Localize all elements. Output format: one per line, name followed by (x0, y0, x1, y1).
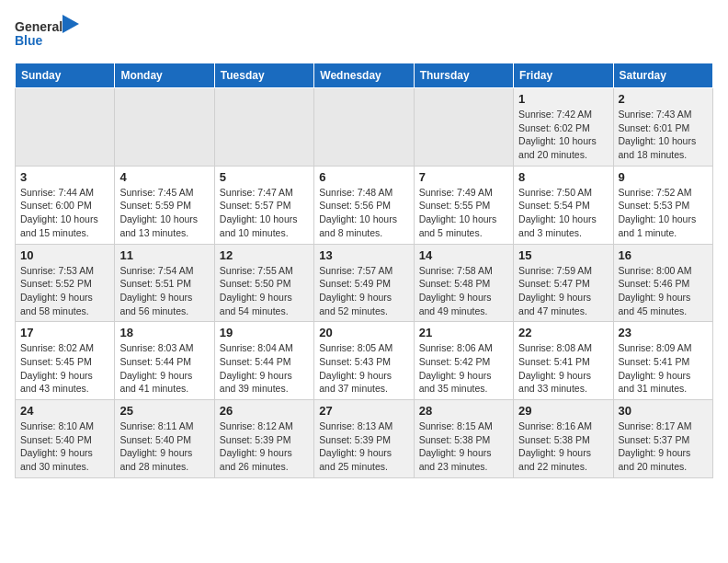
calendar-day-cell: 3Sunrise: 7:44 AM Sunset: 6:00 PM Daylig… (16, 166, 115, 244)
calendar-day-cell: 12Sunrise: 7:55 AM Sunset: 5:50 PM Dayli… (214, 244, 313, 322)
calendar-day-cell: 6Sunrise: 7:48 AM Sunset: 5:56 PM Daylig… (314, 166, 414, 244)
day-number: 3 (20, 170, 109, 184)
calendar-day-cell: 24Sunrise: 8:10 AM Sunset: 5:40 PM Dayli… (16, 400, 115, 478)
calendar-day-cell: 7Sunrise: 7:49 AM Sunset: 5:55 PM Daylig… (414, 166, 513, 244)
day-number: 8 (518, 170, 608, 184)
day-info: Sunrise: 7:50 AM Sunset: 5:54 PM Dayligh… (518, 186, 608, 240)
day-info: Sunrise: 8:00 AM Sunset: 5:46 PM Dayligh… (619, 264, 708, 318)
page-header: GeneralBlue (15, 15, 713, 52)
calendar-day-cell: 22Sunrise: 8:08 AM Sunset: 5:41 PM Dayli… (514, 322, 613, 400)
day-info: Sunrise: 8:04 AM Sunset: 5:44 PM Dayligh… (220, 341, 309, 396)
day-info: Sunrise: 8:09 AM Sunset: 5:41 PM Dayligh… (619, 341, 708, 396)
day-info: Sunrise: 8:16 AM Sunset: 5:38 PM Dayligh… (518, 419, 608, 474)
day-number: 23 (619, 326, 708, 339)
day-info: Sunrise: 8:06 AM Sunset: 5:42 PM Dayligh… (419, 341, 508, 396)
day-number: 6 (319, 170, 408, 184)
day-info: Sunrise: 7:59 AM Sunset: 5:47 PM Dayligh… (518, 264, 608, 318)
day-info: Sunrise: 8:05 AM Sunset: 5:43 PM Dayligh… (319, 341, 408, 396)
calendar-day-cell (16, 88, 115, 167)
day-info: Sunrise: 7:54 AM Sunset: 5:51 PM Dayligh… (119, 264, 209, 318)
logo: GeneralBlue (15, 15, 79, 52)
calendar-week-row: 24Sunrise: 8:10 AM Sunset: 5:40 PM Dayli… (16, 400, 713, 478)
day-number: 5 (220, 170, 309, 184)
column-header-monday: Monday (115, 63, 214, 88)
calendar-day-cell: 25Sunrise: 8:11 AM Sunset: 5:40 PM Dayli… (115, 400, 214, 478)
calendar-day-cell: 1Sunrise: 7:42 AM Sunset: 6:02 PM Daylig… (514, 88, 613, 167)
day-number: 14 (419, 248, 508, 262)
day-info: Sunrise: 7:57 AM Sunset: 5:49 PM Dayligh… (319, 264, 408, 318)
day-number: 25 (119, 404, 209, 418)
day-number: 27 (319, 404, 408, 418)
column-header-wednesday: Wednesday (314, 63, 414, 88)
calendar-week-row: 10Sunrise: 7:53 AM Sunset: 5:52 PM Dayli… (16, 244, 713, 322)
column-header-sunday: Sunday (16, 63, 115, 88)
day-number: 11 (119, 248, 209, 262)
calendar-day-cell (214, 88, 313, 167)
day-number: 20 (319, 326, 408, 339)
calendar-day-cell: 14Sunrise: 7:58 AM Sunset: 5:48 PM Dayli… (414, 244, 513, 322)
calendar-day-cell: 15Sunrise: 7:59 AM Sunset: 5:47 PM Dayli… (514, 244, 613, 322)
column-header-thursday: Thursday (414, 63, 513, 88)
day-info: Sunrise: 7:58 AM Sunset: 5:48 PM Dayligh… (419, 264, 508, 318)
day-info: Sunrise: 7:47 AM Sunset: 5:57 PM Dayligh… (220, 186, 309, 240)
calendar-day-cell: 4Sunrise: 7:45 AM Sunset: 5:59 PM Daylig… (115, 166, 214, 244)
svg-marker-2 (63, 15, 79, 33)
day-info: Sunrise: 7:49 AM Sunset: 5:55 PM Dayligh… (419, 186, 508, 240)
day-number: 19 (220, 326, 309, 339)
day-number: 9 (619, 170, 708, 184)
calendar-day-cell: 13Sunrise: 7:57 AM Sunset: 5:49 PM Dayli… (314, 244, 414, 322)
day-number: 4 (119, 170, 209, 184)
calendar-day-cell (414, 88, 513, 167)
calendar-day-cell: 28Sunrise: 8:15 AM Sunset: 5:38 PM Dayli… (414, 400, 513, 478)
calendar-day-cell: 23Sunrise: 8:09 AM Sunset: 5:41 PM Dayli… (613, 322, 712, 400)
day-number: 7 (419, 170, 508, 184)
day-number: 28 (419, 404, 508, 418)
column-header-saturday: Saturday (613, 63, 712, 88)
day-number: 17 (20, 326, 109, 339)
day-info: Sunrise: 7:42 AM Sunset: 6:02 PM Dayligh… (518, 108, 608, 162)
day-info: Sunrise: 7:53 AM Sunset: 5:52 PM Dayligh… (20, 264, 109, 318)
calendar-day-cell: 11Sunrise: 7:54 AM Sunset: 5:51 PM Dayli… (115, 244, 214, 322)
calendar-day-cell: 19Sunrise: 8:04 AM Sunset: 5:44 PM Dayli… (214, 322, 313, 400)
calendar-day-cell: 27Sunrise: 8:13 AM Sunset: 5:39 PM Dayli… (314, 400, 414, 478)
svg-text:Blue: Blue (15, 33, 43, 48)
logo-svg: GeneralBlue (15, 15, 79, 52)
calendar-day-cell (115, 88, 214, 167)
day-number: 22 (518, 326, 608, 339)
calendar-day-cell: 16Sunrise: 8:00 AM Sunset: 5:46 PM Dayli… (613, 244, 712, 322)
calendar-day-cell: 17Sunrise: 8:02 AM Sunset: 5:45 PM Dayli… (16, 322, 115, 400)
calendar-day-cell: 26Sunrise: 8:12 AM Sunset: 5:39 PM Dayli… (214, 400, 313, 478)
svg-text:General: General (15, 19, 63, 34)
calendar-day-cell: 5Sunrise: 7:47 AM Sunset: 5:57 PM Daylig… (214, 166, 313, 244)
calendar-week-row: 1Sunrise: 7:42 AM Sunset: 6:02 PM Daylig… (16, 88, 713, 167)
day-number: 26 (220, 404, 309, 418)
day-info: Sunrise: 8:12 AM Sunset: 5:39 PM Dayligh… (220, 419, 309, 474)
day-info: Sunrise: 8:10 AM Sunset: 5:40 PM Dayligh… (20, 419, 109, 474)
day-number: 13 (319, 248, 408, 262)
day-info: Sunrise: 7:52 AM Sunset: 5:53 PM Dayligh… (619, 186, 708, 240)
day-info: Sunrise: 8:02 AM Sunset: 5:45 PM Dayligh… (20, 341, 109, 396)
day-number: 29 (518, 404, 608, 418)
calendar-day-cell: 29Sunrise: 8:16 AM Sunset: 5:38 PM Dayli… (514, 400, 613, 478)
day-info: Sunrise: 7:48 AM Sunset: 5:56 PM Dayligh… (319, 186, 408, 240)
day-info: Sunrise: 8:13 AM Sunset: 5:39 PM Dayligh… (319, 419, 408, 474)
column-header-friday: Friday (514, 63, 613, 88)
day-number: 21 (419, 326, 508, 339)
day-info: Sunrise: 7:44 AM Sunset: 6:00 PM Dayligh… (20, 186, 109, 240)
day-info: Sunrise: 8:17 AM Sunset: 5:37 PM Dayligh… (619, 419, 708, 474)
calendar-week-row: 17Sunrise: 8:02 AM Sunset: 5:45 PM Dayli… (16, 322, 713, 400)
day-number: 10 (20, 248, 109, 262)
calendar-week-row: 3Sunrise: 7:44 AM Sunset: 6:00 PM Daylig… (16, 166, 713, 244)
calendar-day-cell (314, 88, 414, 167)
day-number: 24 (20, 404, 109, 418)
day-number: 1 (518, 92, 608, 106)
column-header-tuesday: Tuesday (214, 63, 313, 88)
calendar-day-cell: 2Sunrise: 7:43 AM Sunset: 6:01 PM Daylig… (613, 88, 712, 167)
day-number: 2 (619, 92, 708, 106)
day-info: Sunrise: 7:45 AM Sunset: 5:59 PM Dayligh… (119, 186, 209, 240)
calendar-day-cell: 20Sunrise: 8:05 AM Sunset: 5:43 PM Dayli… (314, 322, 414, 400)
day-number: 16 (619, 248, 708, 262)
calendar-day-cell: 10Sunrise: 7:53 AM Sunset: 5:52 PM Dayli… (16, 244, 115, 322)
day-info: Sunrise: 7:43 AM Sunset: 6:01 PM Dayligh… (619, 108, 708, 162)
day-info: Sunrise: 8:11 AM Sunset: 5:40 PM Dayligh… (119, 419, 209, 474)
